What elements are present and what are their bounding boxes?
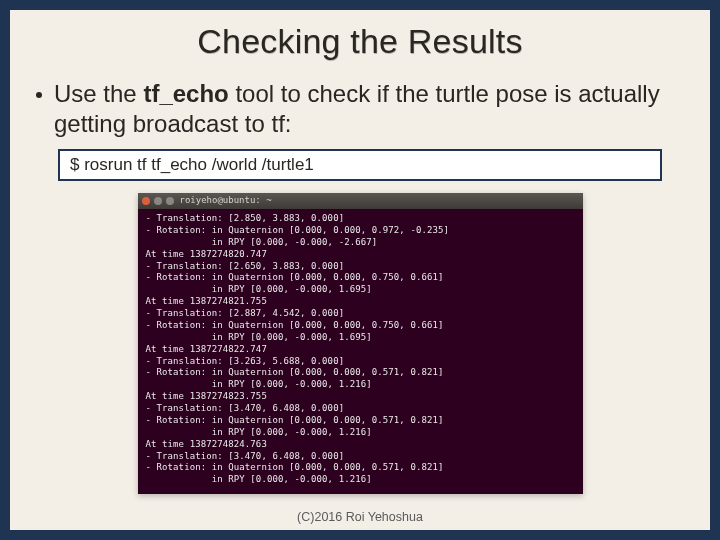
command-box: $ rosrun tf tf_echo /world /turtle1 [58,149,662,181]
terminal-line: - Translation: [2.850, 3.883, 0.000] [146,213,345,223]
bullet-dot-icon [36,92,42,98]
terminal-line: At time 1387274821.755 [146,296,267,306]
terminal-line: At time 1387274823.755 [146,391,267,401]
terminal-line: in RPY [0.000, -0.000, 1.216] [146,379,372,389]
terminal-line: - Rotation: in Quaternion [0.000, 0.000,… [146,320,444,330]
terminal-line: in RPY [0.000, -0.000, -2.667] [146,237,378,247]
terminal-line: - Rotation: in Quaternion [0.000, 0.000,… [146,462,444,472]
terminal-line: - Translation: [3.263, 5.688, 0.000] [146,356,345,366]
close-icon[interactable] [142,197,150,205]
maximize-icon[interactable] [166,197,174,205]
bullet-pre: Use the [54,80,143,107]
terminal-line: in RPY [0.000, -0.000, 1.216] [146,427,372,437]
terminal-line: - Rotation: in Quaternion [0.000, 0.000,… [146,367,444,377]
bullet-bold: tf_echo [143,80,228,107]
terminal-line: At time 1387274824.763 [146,439,267,449]
bullet-text: Use the tf_echo tool to check if the tur… [54,79,684,139]
terminal-line: - Rotation: in Quaternion [0.000, 0.000,… [146,272,444,282]
slide-frame: Checking the Results Use the tf_echo too… [0,0,720,540]
terminal-window: roiyeho@ubuntu: ~ - Translation: [2.850,… [138,193,583,494]
terminal-body: - Translation: [2.850, 3.883, 0.000] - R… [138,209,583,488]
window-controls [142,197,174,205]
command-text: $ rosrun tf tf_echo /world /turtle1 [70,155,314,174]
slide-footer: (C)2016 Roi Yehoshua [10,510,710,524]
terminal-line: At time 1387274820.747 [146,249,267,259]
terminal-line: in RPY [0.000, -0.000, 1.695] [146,284,372,294]
terminal-line: in RPY [0.000, -0.000, 1.695] [146,332,372,342]
terminal-titlebar: roiyeho@ubuntu: ~ [138,193,583,209]
terminal-line: - Rotation: in Quaternion [0.000, 0.000,… [146,225,450,235]
terminal-line: At time 1387274822.747 [146,344,267,354]
terminal-line: - Translation: [3.470, 6.408, 0.000] [146,451,345,461]
terminal-line: - Translation: [3.470, 6.408, 0.000] [146,403,345,413]
terminal-line: - Rotation: in Quaternion [0.000, 0.000,… [146,415,444,425]
terminal-title: roiyeho@ubuntu: ~ [180,195,272,207]
slide-title: Checking the Results [30,22,690,61]
minimize-icon[interactable] [154,197,162,205]
terminal-line: - Translation: [2.887, 4.542, 0.000] [146,308,345,318]
terminal-line: - Translation: [2.650, 3.883, 0.000] [146,261,345,271]
bullet-item: Use the tf_echo tool to check if the tur… [36,79,684,139]
terminal-line: in RPY [0.000, -0.000, 1.216] [146,474,372,484]
